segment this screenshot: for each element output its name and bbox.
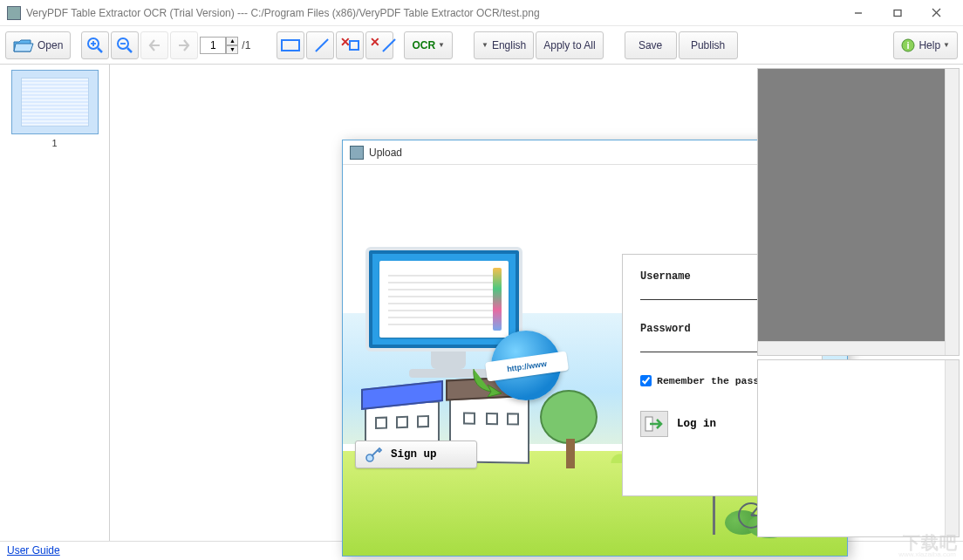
- signup-button[interactable]: Sign up: [355, 440, 477, 468]
- save-button[interactable]: Save: [625, 31, 677, 59]
- page-spin-down[interactable]: ▼: [226, 45, 238, 54]
- login-arrow-icon: [640, 411, 668, 437]
- signup-label: Sign up: [391, 448, 437, 461]
- thumbnail-label: 1: [5, 138, 104, 148]
- center-canvas[interactable]: 5 24.00 44.00 68.00 22.50 17.40 32.70 0.…: [110, 65, 754, 541]
- page-spin-up[interactable]: ▲: [226, 37, 238, 45]
- titlebar: VeryPDF Table Extractor OCR (Trial Versi…: [0, 0, 963, 26]
- draw-line-button[interactable]: [306, 31, 334, 59]
- language-label: English: [492, 39, 526, 51]
- watermark-url: www.xiazaiba.com: [898, 550, 956, 558]
- page-thumbnail[interactable]: [11, 70, 99, 134]
- zoom-in-button[interactable]: [81, 31, 109, 59]
- page-spinner[interactable]: ▲ ▼ /1: [200, 37, 250, 54]
- remember-checkbox[interactable]: [640, 375, 652, 386]
- open-button[interactable]: Open: [5, 31, 71, 59]
- chevron-down-icon: ▼: [438, 41, 445, 49]
- close-button[interactable]: [917, 0, 956, 26]
- svg-line-9: [127, 48, 132, 52]
- output-panel[interactable]: [757, 359, 960, 537]
- page-input[interactable]: [200, 37, 226, 54]
- ocr-label: OCR: [412, 39, 435, 51]
- delete-line-button[interactable]: ✕: [365, 31, 393, 59]
- thumbnail-sidebar: 1: [0, 65, 110, 541]
- main-area: 1 5 24.00 44.00 68.00 22.50 17.40 32.70 …: [0, 65, 963, 541]
- svg-text:i: i: [907, 40, 910, 51]
- apply-all-button[interactable]: Apply to All: [536, 31, 603, 59]
- chevron-down-icon: ▼: [482, 41, 488, 49]
- scrollbar-horizontal[interactable]: [758, 341, 945, 355]
- next-page-button[interactable]: [170, 31, 198, 59]
- app-icon: [7, 6, 21, 20]
- right-panels: [754, 65, 963, 541]
- globe-icon: http://www: [491, 331, 561, 400]
- language-button[interactable]: ▼ English: [474, 31, 534, 59]
- svg-rect-1: [894, 10, 901, 16]
- maximize-button[interactable]: [878, 0, 917, 26]
- dialog-title: Upload: [369, 147, 402, 159]
- user-guide-link[interactable]: User Guide: [7, 544, 60, 557]
- key-icon: [365, 446, 382, 463]
- page-total: /1: [242, 39, 250, 51]
- login-label: Log in: [677, 418, 716, 430]
- help-icon: i: [901, 38, 915, 52]
- preview-panel[interactable]: [757, 68, 960, 356]
- help-button[interactable]: i Help ▼: [893, 31, 958, 59]
- toolbar: Open ▲ ▼ /1 ✕ ✕ OCR ▼ ▼ English Apply to…: [0, 26, 963, 65]
- dialog-icon: [350, 146, 364, 160]
- chevron-down-icon: ▼: [943, 41, 950, 49]
- scrollbar-vertical[interactable]: [945, 360, 959, 536]
- prev-page-button[interactable]: [140, 31, 168, 59]
- window-title: VeryPDF Table Extractor OCR (Trial Versi…: [26, 7, 540, 19]
- minimize-button[interactable]: [838, 0, 878, 26]
- ocr-button[interactable]: OCR ▼: [404, 31, 453, 59]
- zoom-out-button[interactable]: [111, 31, 139, 59]
- publish-button[interactable]: Publish: [679, 31, 738, 59]
- scrollbar-vertical[interactable]: [945, 69, 959, 355]
- draw-rect-button[interactable]: [277, 31, 304, 59]
- open-label: Open: [38, 39, 63, 51]
- svg-line-5: [98, 48, 102, 52]
- delete-rect-button[interactable]: ✕: [336, 31, 364, 59]
